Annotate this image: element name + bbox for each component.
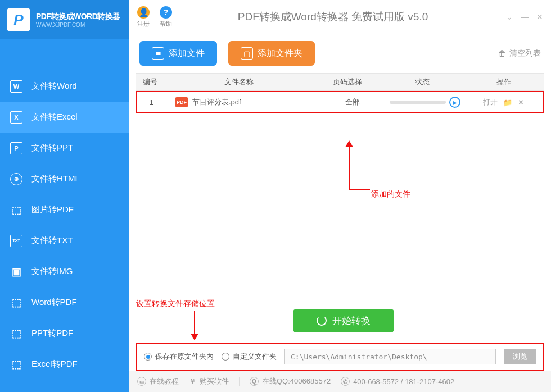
col-state: 状态	[381, 77, 463, 87]
sidebar-label: 文件转PPT	[31, 143, 73, 153]
brand-sub: WWW.XJPDF.COM	[36, 22, 120, 28]
sidebar-label: 文件转Word	[31, 81, 77, 92]
col-idx: 编号	[136, 77, 164, 87]
close-icon[interactable]: ✕	[536, 12, 543, 21]
main-pane: 👤 注册 ? 帮助 PDF转换成Word转换器 免费试用版 v5.0 ⌄ — ✕…	[129, 0, 551, 392]
brand-title: PDF转换成WORD转换器	[36, 12, 120, 22]
file-icon: ≣	[152, 47, 164, 60]
excel-icon: X	[10, 111, 22, 124]
save-location-row: 保存在原文件夹内 自定义文件夹 浏览	[136, 343, 544, 371]
sidebar-item-excel[interactable]: X文件转Excel	[0, 102, 129, 133]
refresh-icon	[317, 316, 327, 326]
sidebar-label: Excel转PDF	[31, 359, 78, 370]
remove-icon[interactable]: ✕	[518, 98, 524, 107]
phone-contact[interactable]: ✆400-668-5572 / 181-2107-4602	[341, 377, 454, 386]
sidebar-label: PPT转PDF	[31, 328, 73, 339]
col-page: 页码选择	[314, 77, 382, 87]
dropdown-icon[interactable]: ⌄	[506, 12, 513, 21]
user-icon: 👤	[137, 6, 150, 19]
app-title: PDF转换成Word转换器 免费试用版 v5.0	[160, 10, 506, 24]
sidebar-label: Word转PDF	[31, 297, 77, 308]
yen-icon: ￥	[189, 376, 196, 386]
table-row[interactable]: 1 PDF 节目评分表.pdf 全部 ▶ 打开 📁 ✕	[136, 91, 544, 113]
progress-bar	[390, 101, 446, 104]
logo-icon: P	[7, 8, 30, 31]
annotation-save-location: 设置转换文件存储位置	[136, 299, 215, 309]
row-state: ▶	[386, 97, 464, 108]
html-icon: ⊕	[10, 173, 22, 185]
sidebar-item-excel2pdf[interactable]: ⬚Excel转PDF	[0, 349, 129, 380]
sidebar-label: 文件转HTML	[31, 174, 80, 184]
register-button[interactable]: 👤 注册	[137, 6, 150, 28]
sidebar-item-txt[interactable]: TXT文件转TXT	[0, 225, 129, 256]
toolbar: ≣添加文件 ▢添加文件夹 🗑清空列表	[129, 34, 551, 73]
annotation-file-added: 添加的文件	[371, 189, 410, 199]
add-file-button[interactable]: ≣添加文件	[139, 41, 217, 66]
clear-list-button[interactable]: 🗑清空列表	[498, 48, 541, 58]
img-icon: ▣	[10, 266, 22, 278]
col-name: 文件名称	[164, 77, 314, 87]
sidebar: P PDF转换成WORD转换器 WWW.XJPDF.COM W文件转Word X…	[0, 0, 129, 392]
minimize-icon[interactable]: —	[521, 12, 529, 21]
statusbar: ▭在线教程 ￥购买软件 Q在线QQ:4006685572 ✆400-668-55…	[129, 371, 551, 392]
page-select[interactable]: 全部	[320, 97, 386, 107]
save-path-input[interactable]	[284, 349, 496, 364]
trash-icon: 🗑	[498, 49, 506, 58]
pdf-icon: ⬚	[10, 204, 22, 216]
chat-icon: Q	[250, 377, 259, 386]
content-area: 添加的文件 设置转换文件存储位置 开始转换 保存在原文件夹内 自定义文件夹 浏览…	[129, 113, 551, 392]
play-icon[interactable]: ▶	[449, 97, 460, 108]
col-op: 操作	[463, 77, 544, 87]
folder-icon: ▢	[241, 47, 253, 60]
folder-icon[interactable]: 📁	[503, 98, 512, 107]
start-convert-button[interactable]: 开始转换	[293, 309, 394, 332]
pdf-icon: ⬚	[10, 297, 22, 309]
radio-save-custom-folder[interactable]: 自定义文件夹	[222, 352, 277, 362]
open-link[interactable]: 打开	[483, 97, 498, 107]
pdf-file-icon: PDF	[175, 97, 188, 107]
sidebar-item-word2pdf[interactable]: ⬚Word转PDF	[0, 287, 129, 318]
sidebar-item-img[interactable]: ▣文件转IMG	[0, 256, 129, 287]
radio-icon	[222, 353, 229, 361]
sidebar-label: 图片转PDF	[31, 204, 74, 215]
brand-logo: P PDF转换成WORD转换器 WWW.XJPDF.COM	[0, 0, 129, 39]
sidebar-item-ppt[interactable]: P文件转PPT	[0, 133, 129, 163]
book-icon: ▭	[137, 377, 146, 386]
row-index: 1	[137, 98, 165, 107]
annotation-line	[349, 144, 350, 189]
txt-icon: TXT	[10, 235, 22, 247]
browse-button[interactable]: 浏览	[504, 349, 536, 364]
sidebar-item-ppt2pdf[interactable]: ⬚PPT转PDF	[0, 318, 129, 349]
sidebar-label: 文件转IMG	[31, 266, 73, 277]
buy-link[interactable]: ￥购买软件	[189, 376, 229, 386]
pdf-icon: ⬚	[10, 327, 22, 340]
sidebar-item-word[interactable]: W文件转Word	[0, 71, 129, 102]
add-folder-button[interactable]: ▢添加文件夹	[228, 41, 315, 66]
annotation-line	[349, 189, 370, 190]
tutorial-link[interactable]: ▭在线教程	[137, 376, 179, 386]
sidebar-item-img2pdf[interactable]: ⬚图片转PDF	[0, 194, 129, 225]
sidebar-label: 文件转TXT	[31, 235, 73, 246]
qq-contact[interactable]: Q在线QQ:4006685572	[250, 376, 331, 386]
arrow-icon	[191, 334, 198, 340]
titlebar: 👤 注册 ? 帮助 PDF转换成Word转换器 免费试用版 v5.0 ⌄ — ✕	[129, 0, 551, 34]
file-name: 节目评分表.pdf	[192, 97, 241, 107]
ppt-icon: P	[10, 142, 22, 154]
radio-icon	[144, 353, 152, 361]
phone-icon: ✆	[341, 377, 350, 386]
radio-save-same-folder[interactable]: 保存在原文件夹内	[144, 352, 214, 362]
sidebar-item-html[interactable]: ⊕文件转HTML	[0, 163, 129, 194]
table-header: 编号 文件名称 页码选择 状态 操作	[136, 73, 544, 91]
word-icon: W	[10, 80, 22, 93]
pdf-icon: ⬚	[10, 358, 22, 371]
sidebar-label: 文件转Excel	[31, 112, 78, 122]
